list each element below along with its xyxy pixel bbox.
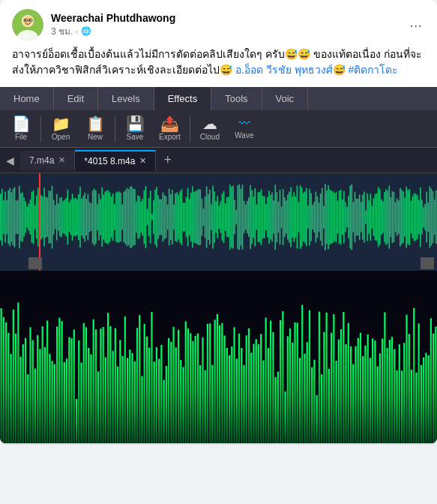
file-icon: 📄 [12, 116, 31, 131]
hashtag[interactable]: #ติดกาโดะ [348, 64, 398, 76]
separator-2 [115, 116, 115, 142]
save-label: Save [127, 133, 144, 141]
post-meta: 3 ชม. · 🌐 [51, 24, 399, 38]
file-label: File [15, 133, 27, 141]
file-tab-2-label: *4015 8.m4a [84, 156, 135, 166]
new-label: New [88, 133, 103, 141]
tab-tools[interactable]: Tools [211, 87, 262, 110]
tab-home[interactable]: Home [0, 87, 54, 110]
author-info: Weerachai Phutdhawong 3 ชม. · 🌐 [51, 12, 399, 38]
file-tab-1-close[interactable]: ✕ [58, 155, 65, 165]
file-tab-1-label: 7.m4a [29, 155, 54, 166]
post-text: อาจารย์อ็อดเชื้อเบื้องต้นแล้วไม่มีการตัด… [0, 46, 437, 87]
waveform-bottom-canvas [0, 271, 437, 443]
avatar [12, 9, 43, 40]
save-button[interactable]: 💾 Save [118, 113, 151, 144]
svg-point-5 [29, 20, 31, 21]
privacy-icon: 🌐 [81, 26, 91, 36]
mention[interactable]: อ.อ็อด วีรชัย พุทธวงศ์ [235, 64, 333, 76]
file-button[interactable]: 📄 File [4, 113, 37, 144]
new-icon: 📋 [86, 116, 105, 131]
file-tab-1[interactable]: 7.m4a ✕ [20, 151, 75, 170]
new-button[interactable]: 📋 New [79, 113, 112, 144]
wave-icon: 〰 [238, 118, 250, 130]
waveform-top-canvas [0, 173, 437, 271]
cloud-label: Cloud [200, 133, 220, 141]
post-header: Weerachai Phutdhawong 3 ชม. · 🌐 ··· [0, 0, 437, 46]
export-icon: 📤 [160, 116, 179, 131]
author-name: Weerachai Phutdhawong [51, 12, 399, 24]
editor-tabs-row: Home Edit Levels Effects Tools Voic [0, 87, 437, 110]
open-icon: 📁 [52, 116, 70, 131]
export-label: Export [159, 133, 181, 141]
tab-levels[interactable]: Levels [98, 87, 154, 110]
post-time: 3 ชม. · [51, 24, 78, 38]
more-options-button[interactable]: ··· [406, 14, 425, 37]
post-card: Weerachai Phutdhawong 3 ชม. · 🌐 ··· อาจา… [0, 0, 437, 443]
separator-3 [190, 116, 190, 142]
waveform-area [0, 173, 437, 443]
open-label: Open [52, 133, 70, 141]
open-button[interactable]: 📁 Open [44, 113, 77, 144]
wave-label: Wave [235, 131, 253, 140]
svg-point-4 [25, 20, 26, 21]
file-tab-2[interactable]: *4015 8.m4a ✕ [75, 150, 156, 171]
export-button[interactable]: 📤 Export [153, 113, 187, 144]
tab-edit[interactable]: Edit [54, 87, 98, 110]
add-tab-button[interactable]: + [156, 148, 179, 172]
wave-button[interactable]: 〰 Wave [228, 115, 261, 142]
tabs-nav-left[interactable]: ◀ [0, 150, 20, 171]
tab-effects[interactable]: Effects [154, 87, 212, 110]
cloud-icon: ☁ [202, 116, 217, 131]
save-icon: 💾 [126, 116, 145, 131]
separator-1 [40, 116, 41, 142]
toolbar-buttons: 📄 File 📁 Open 📋 New 💾 Save 📤 Export [0, 110, 437, 148]
editor-container: Home Edit Levels Effects Tools Voic 📄 Fi… [0, 87, 437, 443]
file-tab-2-close[interactable]: ✕ [139, 156, 146, 166]
tab-voice[interactable]: Voic [262, 87, 309, 110]
cloud-button[interactable]: ☁ Cloud [193, 113, 226, 144]
file-tabs-row: ◀ 7.m4a ✕ *4015 8.m4a ✕ + [0, 148, 437, 173]
